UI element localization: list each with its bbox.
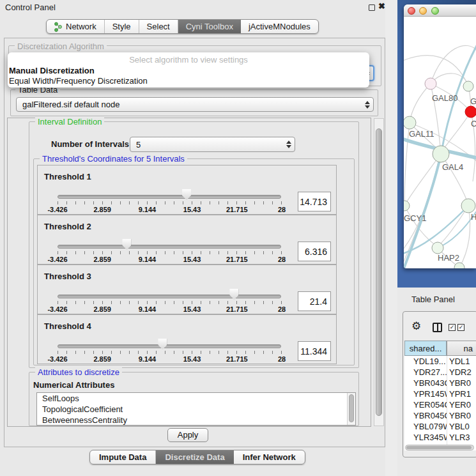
table-row[interactable]: YPR145WYPR1 bbox=[404, 388, 476, 399]
tab-select[interactable]: Select bbox=[139, 20, 178, 33]
tick-label: -3.426 bbox=[47, 206, 67, 213]
vertical-scrollbar-thumb[interactable] bbox=[376, 128, 382, 416]
vertical-scrollbar[interactable] bbox=[374, 118, 384, 426]
node-gal11[interactable] bbox=[404, 116, 416, 129]
table-data-combo-value: galFiltered.sif default node bbox=[22, 100, 362, 109]
cell-shared-name[interactable]: YBR045C bbox=[404, 410, 447, 421]
tab-network-label: Network bbox=[66, 22, 96, 31]
column-header-name[interactable]: na bbox=[447, 341, 476, 356]
cell-shared-name[interactable]: YLR345W bbox=[404, 432, 447, 443]
list-item[interactable]: BetweennessCentrality bbox=[37, 415, 355, 426]
threshold-4-slider-track[interactable] bbox=[58, 344, 281, 348]
checkbox-icon[interactable]: ✓ bbox=[449, 324, 456, 331]
tab-style[interactable]: Style bbox=[105, 20, 139, 33]
threshold-2-value-field[interactable] bbox=[298, 242, 331, 261]
list-scrollbar-thumb[interactable] bbox=[349, 394, 354, 422]
close-icon[interactable]: ✖ bbox=[378, 1, 385, 11]
number-of-intervals-value: 5 bbox=[136, 140, 283, 150]
cell-shared-name[interactable]: YBL079W bbox=[404, 421, 447, 432]
node-red-selected[interactable] bbox=[465, 106, 476, 118]
table-row[interactable]: YDL19...YDL1 bbox=[404, 356, 476, 367]
cell-name[interactable]: YBR0 bbox=[447, 410, 476, 421]
dropdown-option-equal-width[interactable]: Equal Width/Frequency Discretization bbox=[9, 76, 364, 86]
table-row[interactable]: YER054CYER0 bbox=[404, 399, 476, 410]
node-label-gal80: GAL80 bbox=[432, 93, 457, 103]
zoom-traffic-light-icon[interactable] bbox=[431, 7, 439, 15]
tick-label: 2.859 bbox=[93, 355, 111, 363]
cell-name[interactable]: YBR0 bbox=[447, 378, 476, 388]
bottom-tabbar: Impute Data Discretize Data Infer Networ… bbox=[89, 450, 305, 464]
list-scrollbar[interactable] bbox=[347, 393, 355, 425]
tick-label: 9.144 bbox=[139, 256, 157, 263]
tab-jactivemnodules-label: jActiveMNodules bbox=[249, 22, 311, 31]
cell-name[interactable]: YDR2 bbox=[447, 367, 476, 378]
gear-icon[interactable]: ⚙ bbox=[411, 319, 421, 333]
node-bottom[interactable] bbox=[454, 263, 464, 268]
network-canvas[interactable]: GAL80 G C GAL11 GAL4 GCY1 H HAP2 bbox=[404, 17, 476, 268]
cell-shared-name[interactable]: YDL19... bbox=[404, 356, 447, 367]
algorithm-dropdown-popup: Select algorithm to view settings Manual… bbox=[8, 52, 369, 88]
dropdown-option-manual[interactable]: Manual Discretization bbox=[9, 66, 364, 75]
columns-icon[interactable] bbox=[433, 323, 442, 332]
cell-name[interactable]: YPR1 bbox=[447, 388, 476, 399]
threshold-3-label: Threshold 3 bbox=[44, 272, 91, 281]
node-gal80[interactable] bbox=[425, 78, 436, 89]
cell-name[interactable]: YDL1 bbox=[447, 356, 476, 367]
list-item[interactable]: TopologicalCoefficient bbox=[37, 404, 355, 415]
tick-label: 9.144 bbox=[139, 206, 157, 213]
threshold-4-value-field[interactable] bbox=[298, 341, 331, 361]
float-window-icon[interactable] bbox=[369, 4, 375, 11]
network-window[interactable]: GAL80 G C GAL11 GAL4 GCY1 H HAP2 bbox=[404, 4, 476, 268]
list-item[interactable]: SelfLoops bbox=[37, 393, 355, 404]
horizontal-scrollbar-thumb[interactable] bbox=[406, 446, 472, 449]
node-gal4[interactable] bbox=[433, 146, 449, 162]
threshold-1-label: Threshold 1 bbox=[44, 172, 91, 181]
cell-name[interactable]: YER0 bbox=[447, 399, 476, 410]
tick-label: 28 bbox=[278, 305, 286, 313]
tab-jactivemnodules[interactable]: jActiveMNodules bbox=[241, 20, 318, 33]
tab-network[interactable]: Network bbox=[47, 20, 105, 33]
tick-label: 21.715 bbox=[226, 355, 248, 363]
column-header-shared-name[interactable]: shared... bbox=[404, 341, 447, 356]
app-root: Control Panel ✖ Network Style Select Cyn… bbox=[0, 0, 476, 476]
cell-shared-name[interactable]: YBR043C bbox=[404, 378, 447, 388]
node-gcy1[interactable] bbox=[404, 201, 410, 211]
horizontal-scrollbar[interactable] bbox=[405, 445, 474, 450]
cell-shared-name[interactable]: YPR145W bbox=[404, 388, 447, 399]
table-row[interactable]: YBR043CYBR0 bbox=[404, 378, 476, 388]
checkbox-icon[interactable]: ✓ bbox=[457, 324, 464, 331]
network-window-titlebar[interactable] bbox=[404, 4, 476, 17]
threshold-1-value-field[interactable] bbox=[298, 192, 331, 211]
combo-stepper-icon bbox=[362, 98, 373, 111]
table-row[interactable]: YBL079WYBL0 bbox=[404, 421, 476, 432]
tick-label: 28 bbox=[278, 256, 286, 263]
cell-shared-name[interactable]: YER054C bbox=[404, 399, 447, 410]
minimize-traffic-light-icon[interactable] bbox=[419, 7, 427, 15]
cell-name[interactable]: YBL0 bbox=[447, 421, 476, 432]
table-data-combo[interactable]: galFiltered.sif default node bbox=[16, 97, 374, 112]
tab-discretize-data[interactable]: Discretize Data bbox=[156, 450, 233, 464]
panel-title: Control Panel bbox=[5, 3, 56, 12]
panel-divider[interactable] bbox=[385, 0, 397, 476]
tab-cyni-toolbox[interactable]: Cyni Toolbox bbox=[178, 20, 241, 33]
table-row[interactable]: YLR345WYLR3 bbox=[404, 432, 476, 443]
table-row[interactable]: YDR27...YDR2 bbox=[404, 367, 476, 378]
threshold-2-slider-track[interactable] bbox=[58, 245, 281, 249]
threshold-3-value-field[interactable] bbox=[298, 291, 331, 311]
tab-impute-data[interactable]: Impute Data bbox=[90, 450, 156, 464]
node-hap2[interactable] bbox=[432, 242, 443, 254]
number-of-intervals-combo[interactable]: 5 bbox=[130, 137, 295, 152]
apply-button[interactable]: Apply bbox=[167, 428, 208, 442]
node-label-g-partial: G bbox=[470, 96, 476, 106]
tick-label: 15.43 bbox=[183, 256, 201, 263]
threshold-1-slider-track[interactable] bbox=[58, 195, 281, 199]
threshold-3-slider-track[interactable] bbox=[58, 295, 281, 298]
tab-infer-network[interactable]: Infer Network bbox=[234, 450, 305, 464]
node-h[interactable] bbox=[461, 199, 475, 213]
close-traffic-light-icon[interactable] bbox=[408, 7, 415, 15]
node-top-right[interactable] bbox=[463, 81, 473, 91]
cell-name[interactable]: YLR3 bbox=[447, 432, 476, 443]
table-row[interactable]: YBR045CYBR0 bbox=[404, 410, 476, 421]
tick-label: -3.426 bbox=[47, 355, 67, 363]
cell-shared-name[interactable]: YDR27... bbox=[404, 367, 447, 378]
